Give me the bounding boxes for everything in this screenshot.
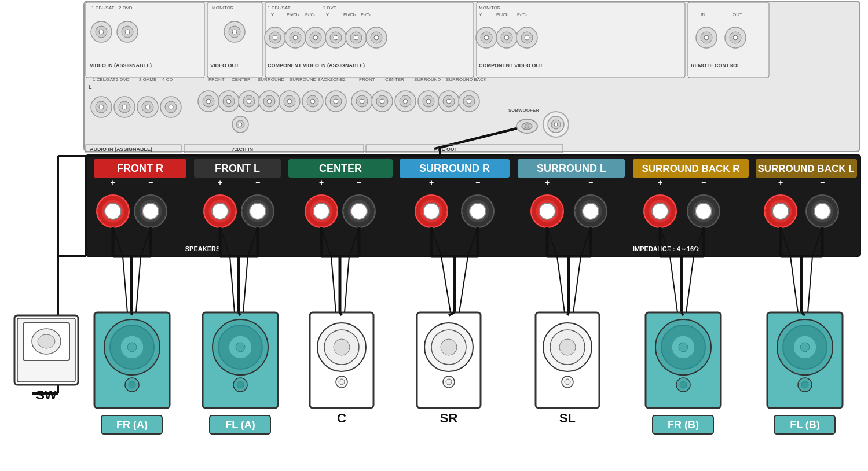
svg-text:SURROUND BACK: SURROUND BACK — [290, 77, 331, 82]
svg-point-312 — [801, 381, 808, 388]
video-out-label: VIDEO OUT — [210, 62, 239, 68]
svg-text:L: L — [89, 84, 92, 90]
svg-line-318 — [567, 312, 569, 315]
speakers-label: SPEAKERS — [185, 245, 221, 252]
svg-point-5 — [99, 30, 104, 34]
svg-text:SURROUND: SURROUND — [258, 77, 284, 82]
1cbl-sat-label: 1 CBL/SAT — [91, 5, 115, 10]
fl-a-label: FL (A) — [225, 419, 255, 430]
svg-text:Pr/Cr: Pr/Cr — [305, 12, 316, 17]
svg-point-141 — [554, 123, 558, 126]
svg-line-319 — [682, 312, 683, 315]
front-l-label: FRONT L — [215, 163, 260, 174]
svg-point-263 — [38, 334, 55, 348]
svg-text:+: + — [319, 178, 324, 187]
svg-point-304 — [680, 381, 687, 388]
svg-point-276 — [236, 343, 245, 352]
video-in-label: VIDEO IN (ASSIGNABLE) — [90, 62, 152, 68]
svg-line-315 — [239, 312, 240, 315]
svg-point-99 — [287, 99, 292, 104]
svg-text:+: + — [545, 178, 550, 187]
pre-out-label: PRE OUT — [434, 146, 458, 152]
svg-text:−: − — [357, 178, 361, 187]
svg-text:SUBWOOFER: SUBWOOFER — [508, 108, 539, 113]
svg-text:+: + — [111, 178, 115, 187]
svg-text:Pr/Cr: Pr/Cr — [517, 12, 528, 17]
svg-text:1 CBL/SAT: 1 CBL/SAT — [93, 77, 116, 82]
svg-text:Y: Y — [271, 12, 274, 17]
svg-point-39 — [374, 35, 379, 40]
svg-point-53 — [525, 35, 529, 40]
diagram-container: VIDEO IN (ASSIGNABLE) 1 CBL/SAT 2 DVD VI… — [0, 0, 868, 471]
svg-point-93 — [247, 99, 251, 104]
svg-text:Y: Y — [479, 12, 482, 17]
fl-b-label: FL (B) — [790, 419, 820, 430]
svg-text:ZONE2: ZONE2 — [330, 77, 346, 82]
c-label: C — [337, 411, 346, 425]
svg-text:FRONT: FRONT — [359, 77, 375, 82]
svg-point-207 — [652, 203, 668, 219]
svg-point-191 — [470, 203, 486, 219]
svg-point-217 — [772, 203, 789, 219]
svg-text:2 DVD: 2 DVD — [116, 77, 130, 82]
svg-point-47 — [484, 35, 489, 40]
svg-point-122 — [403, 99, 408, 104]
sw-label: SW — [36, 388, 57, 402]
svg-text:MONITOR: MONITOR — [479, 5, 501, 10]
svg-text:+: + — [778, 178, 783, 187]
svg-point-109 — [334, 99, 338, 104]
svg-point-171 — [250, 203, 266, 219]
svg-point-211 — [695, 203, 712, 219]
svg-point-50 — [504, 35, 509, 40]
svg-point-125 — [426, 99, 431, 104]
svg-text:+: + — [429, 178, 434, 187]
svg-point-33 — [334, 35, 338, 40]
svg-text:−: − — [148, 178, 153, 187]
svg-text:−: − — [701, 178, 706, 187]
svg-point-295 — [559, 339, 576, 355]
svg-text:1 CBL/SAT: 1 CBL/SAT — [268, 5, 291, 10]
fr-b-label: FR (B) — [668, 419, 699, 430]
surround-l-label: SURROUND L — [537, 163, 606, 174]
front-r-label: FRONT R — [117, 163, 163, 174]
svg-text:Pr/Cr: Pr/Cr — [361, 12, 371, 17]
svg-point-285 — [339, 379, 345, 385]
svg-point-102 — [310, 99, 315, 104]
svg-point-105 — [239, 123, 242, 126]
monitor-top-label: MONITOR — [212, 5, 234, 10]
svg-rect-223 — [86, 243, 375, 253]
audio-in-section-label: AUDIO IN (ASSIGNABLE) — [90, 146, 152, 152]
svg-point-221 — [814, 203, 830, 219]
svg-text:2 DVD: 2 DVD — [323, 5, 337, 10]
svg-line-314 — [131, 312, 132, 315]
impedance-label: IMPEDANCE : 4～16Ω — [633, 245, 699, 252]
comp-video-out-label: COMPONENT VIDEO OUT — [479, 62, 543, 68]
svg-point-137 — [525, 124, 529, 128]
surround-r-label: SURROUND R — [419, 163, 490, 174]
svg-point-59 — [704, 35, 709, 40]
svg-text:FRONT: FRONT — [208, 77, 225, 82]
svg-text:+: + — [658, 178, 662, 187]
svg-text:IN: IN — [701, 12, 705, 17]
surround-back-r-label: SURROUND BACK R — [642, 163, 739, 174]
svg-point-201 — [583, 203, 599, 219]
center-label: CENTER — [319, 163, 362, 174]
svg-text:−: − — [255, 178, 260, 187]
svg-text:3 GAME: 3 GAME — [139, 77, 156, 82]
svg-point-278 — [237, 381, 244, 388]
svg-text:+: + — [218, 178, 222, 187]
svg-point-197 — [539, 203, 555, 219]
svg-text:CENTER: CENTER — [385, 77, 404, 82]
svg-text:Pb/Cb: Pb/Cb — [496, 12, 508, 17]
svg-point-161 — [142, 203, 159, 219]
remote-control-label: REMOTE CONTROL — [691, 62, 741, 68]
svg-point-131 — [467, 99, 471, 104]
svg-point-268 — [127, 343, 137, 352]
svg-point-128 — [446, 99, 451, 104]
main-diagram: VIDEO IN (ASSIGNABLE) 1 CBL/SAT 2 DVD VI… — [0, 0, 868, 471]
sl-label: SL — [559, 411, 576, 425]
svg-text:−: − — [475, 178, 480, 187]
svg-point-157 — [105, 203, 121, 219]
svg-point-177 — [313, 203, 329, 219]
svg-point-181 — [351, 203, 367, 219]
